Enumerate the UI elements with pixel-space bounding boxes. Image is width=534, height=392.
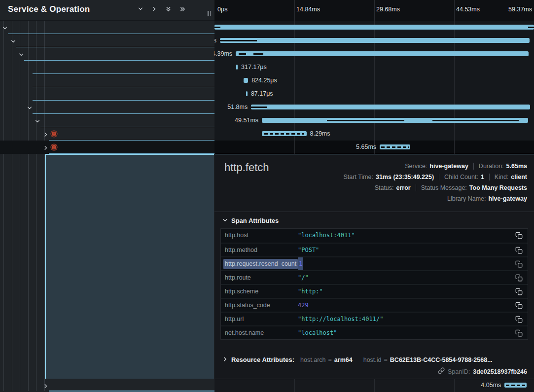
- attribute-value: 1: [298, 257, 303, 271]
- resource-attributes-title[interactable]: Resource Attributes:: [231, 356, 294, 363]
- chevron-right-icon[interactable]: [43, 144, 49, 153]
- link-icon[interactable]: [438, 367, 445, 376]
- attribute-row: http.route"/": [221, 270, 528, 284]
- attribute-key: http.host: [225, 229, 249, 242]
- tree-row[interactable]: [0, 34, 214, 47]
- span-bar[interactable]: [220, 38, 530, 43]
- double-chevron-right-icon[interactable]: [179, 6, 186, 12]
- tree-row[interactable]: [0, 114, 214, 127]
- span-bar[interactable]: [262, 118, 528, 123]
- row-separator: [49, 391, 215, 392]
- meta-divider: [489, 174, 490, 180]
- timeline-span-row[interactable]: 8.29ms: [214, 127, 534, 141]
- chevron-down-icon[interactable]: [27, 104, 33, 113]
- tree-row[interactable]: [0, 127, 214, 141]
- meta-value: hive-gateway: [429, 163, 468, 170]
- timeline-span-row[interactable]: 87.17μs: [214, 87, 534, 101]
- span-bar[interactable]: [244, 78, 248, 83]
- span-bar[interactable]: [251, 105, 530, 109]
- tree-row[interactable]: [0, 74, 214, 87]
- span-title: http.fetch: [224, 161, 269, 174]
- attribute-key: http.method: [225, 244, 257, 257]
- span-detail-panel: http.fetch Service:hive-gatewayDuration:…: [214, 154, 534, 379]
- timeline-span-row[interactable]: 54.39ms: [214, 47, 534, 61]
- chevron-down-icon[interactable]: [2, 24, 8, 33]
- span-bar[interactable]: [504, 383, 526, 388]
- tree-row[interactable]: [0, 21, 214, 34]
- span-duration-label: 5.65ms: [356, 141, 376, 154]
- copy-icon[interactable]: [515, 302, 523, 311]
- tree-row[interactable]: [0, 379, 214, 392]
- span-duration-label: 317.17μs: [241, 61, 267, 74]
- timeline-span-row[interactable]: 49.51ms: [214, 114, 534, 127]
- span-duration-label: 87.17μs: [251, 87, 273, 101]
- tree-row[interactable]: [0, 47, 214, 61]
- copy-icon[interactable]: [515, 288, 523, 297]
- meta-value: error: [396, 184, 411, 191]
- panel-title: Service & Operation: [8, 4, 90, 14]
- span-bar[interactable]: [246, 91, 248, 96]
- child-span-marker: [239, 53, 246, 55]
- tree-row[interactable]: [0, 87, 214, 101]
- meta-label: Duration:: [479, 163, 504, 170]
- tree-row[interactable]: [0, 141, 214, 154]
- span-duration-label: 51.8ms: [227, 101, 248, 114]
- tree-row[interactable]: [0, 101, 214, 114]
- attribute-row: http.url"http://localhost:4011/": [221, 312, 528, 325]
- child-span-marker: [220, 40, 257, 41]
- chevron-right-icon[interactable]: [151, 6, 157, 12]
- expanded-span-region: [45, 154, 214, 379]
- span-bar[interactable]: [380, 144, 410, 149]
- ruler-tick-label: 44.53ms: [456, 6, 480, 13]
- span-bar[interactable]: [236, 65, 238, 70]
- span-duration-label: 49.51ms: [235, 114, 258, 127]
- timeline-span-row[interactable]: 51.8ms: [214, 101, 534, 114]
- chevron-down-icon[interactable]: [35, 117, 40, 126]
- timeline-panel: 0μs14.84ms29.68ms44.53ms59.37ms 57.57ms5…: [214, 0, 534, 392]
- attribute-key: http.url: [225, 313, 244, 326]
- attribute-value: "http:": [298, 285, 323, 298]
- copy-icon[interactable]: [515, 329, 523, 339]
- chevron-right-icon[interactable]: [43, 131, 49, 140]
- copy-icon[interactable]: [515, 316, 523, 325]
- meta-divider: [416, 184, 416, 191]
- tree-row[interactable]: [0, 61, 214, 74]
- chevron-down-icon[interactable]: [138, 6, 143, 12]
- panel-resize-handle[interactable]: [208, 11, 211, 16]
- timeline-span-row[interactable]: [214, 21, 534, 34]
- ruler-tick-label: 0μs: [217, 6, 227, 13]
- timeline-span-row[interactable]: 317.17μs: [214, 61, 534, 74]
- child-span-markers: [506, 385, 526, 386]
- copy-icon[interactable]: [515, 274, 523, 284]
- copy-icon[interactable]: [515, 232, 523, 241]
- span-attributes-header[interactable]: Span Attributes: [222, 216, 279, 225]
- attribute-key: http.route: [225, 271, 251, 285]
- child-span-marker: [432, 120, 519, 121]
- chevron-right-icon[interactable]: [43, 382, 49, 391]
- double-chevron-down-icon[interactable]: [165, 6, 172, 12]
- timeline-span-row[interactable]: 824.25μs: [214, 74, 534, 87]
- span-bar[interactable]: [214, 25, 534, 30]
- meta-divider: [473, 163, 474, 170]
- error-icon: [50, 143, 58, 153]
- child-span-marker: [253, 53, 264, 55]
- meta-divider: [439, 174, 439, 180]
- span-meta-line: Status:errorStatus Message:Too Many Requ…: [344, 182, 527, 193]
- chevron-down-icon[interactable]: [18, 51, 24, 60]
- span-bar[interactable]: [262, 131, 306, 136]
- detail-divider: [214, 212, 534, 212]
- child-span-markers: [264, 133, 304, 135]
- span-bar[interactable]: [236, 51, 529, 56]
- resource-key: host.arch: [300, 356, 325, 363]
- span-duration-label: 4.05ms: [481, 379, 501, 392]
- attribute-value: "localhost": [298, 326, 337, 340]
- copy-icon[interactable]: [515, 247, 523, 256]
- chevron-down-icon[interactable]: [10, 37, 16, 46]
- span-duration-label: 824.25μs: [251, 74, 277, 87]
- meta-value: 1: [481, 174, 484, 180]
- error-icon: [50, 130, 58, 140]
- timeline-span-row[interactable]: 5.65ms: [214, 141, 534, 154]
- timeline-span-row[interactable]: 4.05ms: [214, 379, 534, 392]
- timeline-span-row[interactable]: 57.57ms: [214, 34, 534, 47]
- copy-icon[interactable]: [515, 260, 523, 270]
